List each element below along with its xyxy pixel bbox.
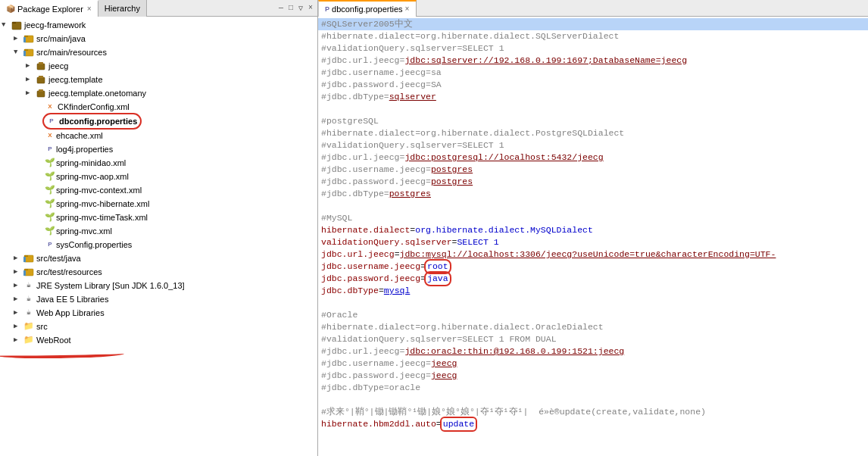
spring-icon: 🌱: [44, 225, 56, 237]
jar-icon: ☕: [23, 293, 35, 305]
panel-close-button[interactable]: ×: [307, 4, 314, 12]
tree-item-label: Web App Libraries: [36, 306, 105, 320]
code-line-blank1: [318, 103, 868, 115]
editor-tab-bar: P dbconfig.properties ×: [318, 0, 868, 17]
code-line-7: #jdbc.dbType=sqlserver: [318, 91, 868, 103]
code-line-5: #jdbc.username.jeecg=sa: [318, 67, 868, 79]
tree-item-src-main-resources[interactable]: ▼ src/main/resources: [0, 45, 317, 59]
project-icon: [11, 19, 23, 31]
spring-icon: 🌱: [44, 170, 56, 183]
tree-item-jeecg[interactable]: ▶ jeecg: [0, 59, 317, 73]
src-folder-icon: [23, 266, 35, 278]
tab-hierarchy[interactable]: Hierarchy: [98, 0, 147, 17]
collapse-button[interactable]: ▽: [297, 4, 304, 13]
tree-item-label: JRE System Library [Sun JDK 1.6.0_13]: [36, 279, 185, 292]
svg-rect-1: [12, 22, 16, 23]
code-line-blank2: [318, 200, 868, 212]
code-line-21: jdbc.username.jeecg=root: [318, 261, 868, 273]
code-line-27: #validationQuery.sqlserver=SELECT 1 FROM…: [318, 333, 868, 345]
tree-item-jeecg-template-onetomany[interactable]: ▶ jeecg.template.onetomany: [0, 86, 317, 100]
jar-icon: ☕: [23, 307, 35, 319]
code-line-blank4: [318, 394, 868, 406]
code-editor[interactable]: #SQLServer2005中文 #hibernate.dialect=org.…: [318, 17, 868, 456]
tree-item-label: spring-mvc-timeTask.xml: [56, 211, 148, 224]
tree-item-spring-mvc-aop[interactable]: 🌱 spring-mvc-aop.xml: [0, 170, 317, 183]
panel-tab-bar: 📦 Package Explorer × Hierarchy — □ ▽ ×: [0, 0, 317, 17]
tree-item-src-test-java[interactable]: ▶ src/test/java: [0, 251, 317, 265]
tree-item-label: ehcache.xml: [56, 129, 103, 142]
code-line-1: #SQLServer2005中文: [318, 18, 868, 30]
editor-tab-dbconfig[interactable]: P dbconfig.properties ×: [318, 0, 417, 17]
hierarchy-tab-label: Hierarchy: [105, 4, 140, 13]
prop-icon: P: [45, 115, 58, 127]
tree-item-src[interactable]: ▶ 📁 src: [0, 320, 317, 333]
tab-package-explorer[interactable]: 📦 Package Explorer ×: [0, 0, 98, 17]
svg-rect-15: [24, 255, 28, 257]
code-line-26: #hibernate.dialect=org.hibernate.dialect…: [318, 321, 868, 333]
code-line-9: #postgreSQL: [318, 115, 868, 127]
code-line-23: jdbc.dbType=mysql: [318, 285, 868, 297]
tree-item-spring-mvc-timetask[interactable]: 🌱 spring-mvc-timeTask.xml: [0, 211, 317, 224]
jar-icon: ☕: [23, 280, 35, 292]
tree-item-spring-mvc[interactable]: 🌱 spring-mvc.xml: [0, 224, 317, 238]
tree-item-label: jeecg: [48, 59, 68, 73]
code-line-10: #hibernate.dialect=org.hibernate.dialect…: [318, 127, 868, 139]
tree-item-java-ee[interactable]: ▶ ☕ Java EE 5 Libraries: [0, 292, 317, 306]
tab-close-icon[interactable]: ×: [87, 5, 92, 14]
code-line-13: #jdbc.username.jeecg=postgres: [318, 164, 868, 176]
tree-item-spring-mvc-context[interactable]: 🌱 spring-mvc-context.xml: [0, 183, 317, 197]
code-line-28: #jdbc.url.jeecg=jdbc:oracle:thin:@192.16…: [318, 345, 868, 358]
red-annotation-bottom: [0, 347, 317, 362]
code-line-31: #jdbc.dbType=oracle: [318, 382, 868, 394]
editor-tab-close[interactable]: ×: [405, 5, 410, 14]
svg-rect-19: [23, 270, 26, 276]
minimize-button[interactable]: —: [277, 4, 285, 12]
svg-rect-13: [39, 89, 43, 92]
tree-item-label: src/test/java: [36, 251, 81, 265]
svg-rect-9: [39, 62, 43, 64]
tree-item-src-main-java[interactable]: ▶ src/main/java: [0, 32, 317, 45]
code-line-20: jdbc.url.jeecg=jdbc:mysql://localhost:33…: [318, 248, 868, 261]
code-line-14: #jdbc.password.jeecg=postgres: [318, 176, 868, 188]
folder-icon: 📁: [23, 320, 35, 333]
svg-rect-4: [23, 37, 26, 42]
code-text: #SQLServer2005中文: [321, 18, 413, 30]
tree-item-web-app[interactable]: ▶ ☕ Web App Libraries: [0, 306, 317, 320]
prop-icon: P: [44, 239, 56, 251]
code-line-11: #validationQuery.sqlserver=SELECT 1: [318, 139, 868, 151]
code-line-2: #hibernate.dialect=org.hibernate.dialect…: [318, 30, 868, 42]
svg-rect-7: [23, 51, 26, 56]
svg-rect-12: [37, 91, 45, 97]
code-line-15: #jdbc.dbType=postgres: [318, 188, 868, 200]
tree-item-spring-mvc-hibernate[interactable]: 🌱 spring-mvc-hibernate.xml: [0, 197, 317, 211]
tree-item-webroot[interactable]: ▶ 📁 WebRoot: [0, 333, 317, 347]
code-line-29: #jdbc.username.jeecg=jeecg: [318, 358, 868, 370]
folder-icon: 📁: [23, 334, 35, 346]
tree-item-ehcache[interactable]: X ehcache.xml: [0, 129, 317, 142]
tree-item-ckfinderconfig[interactable]: X CKfinderConfig.xml: [0, 100, 317, 114]
resources-folder-icon: [23, 46, 35, 58]
spring-icon: 🌱: [44, 198, 56, 210]
panel-tab-controls: — □ ▽ ×: [274, 0, 317, 16]
pkg-icon: [35, 60, 47, 72]
maximize-button[interactable]: □: [287, 4, 295, 12]
tree-item-dbconfig[interactable]: P dbconfig.properties: [0, 114, 317, 129]
code-line-33: #求来°|鞘°|锄|锄鞘°¹锄|娘°娘°娘°|夺¹夺¹夺¹| é»è®updat…: [318, 406, 868, 418]
pkg-icon: [35, 73, 47, 86]
svg-rect-6: [24, 49, 28, 51]
tree-item-root[interactable]: ▼ jeecg-framework: [0, 18, 317, 32]
tree-item-jeecg-template[interactable]: ▶ jeecg.template: [0, 73, 317, 86]
code-line-blank3: [318, 297, 868, 309]
tree-item-label: jeecg.template.onetomany: [48, 86, 146, 100]
tree-item-jre[interactable]: ▶ ☕ JRE System Library [Sun JDK 1.6.0_13…: [0, 279, 317, 292]
code-line-22: jdbc.password.jeecg=java: [318, 273, 868, 285]
tree-item-label: src/main/resources: [36, 45, 107, 59]
code-line-6: #jdbc.password.jeecg=SA: [318, 79, 868, 91]
tree-item-src-test-resources[interactable]: ▶ src/test/resources: [0, 265, 317, 279]
tree-item-sysconfig[interactable]: P sysConfig.properties: [0, 238, 317, 251]
tree-item-label: sysConfig.properties: [56, 238, 132, 251]
prop-icon: P: [325, 5, 329, 13]
tree-item-log4j[interactable]: P log4j.properties: [0, 142, 317, 156]
tree-item-spring-minidao[interactable]: 🌱 spring-minidao.xml: [0, 156, 317, 170]
spring-icon: 🌱: [44, 157, 56, 169]
